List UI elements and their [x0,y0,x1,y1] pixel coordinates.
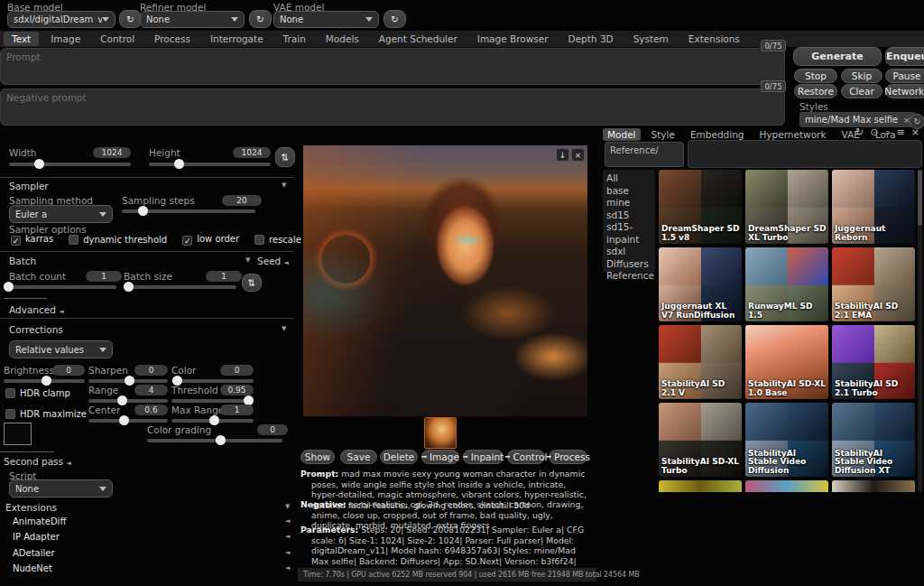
collapse-icon[interactable]: ▼ [282,181,286,189]
category-item-sdxl[interactable]: sdxl [606,246,651,258]
tab-models[interactable]: Models [318,32,367,46]
color-grading-slider[interactable] [147,435,282,446]
send-to-image-button[interactable]: ➡Image [421,450,459,464]
networks-tab-model[interactable]: Model [603,128,641,141]
width-value[interactable]: 1024 [93,147,131,158]
tab-extensions[interactable]: Extensions [680,32,748,46]
category-item-base[interactable]: base [606,185,651,198]
tab-depth-3d[interactable]: Depth 3D [560,32,622,46]
preview-image[interactable] [303,145,587,416]
karras-checkbox[interactable]: ✓karras [11,234,53,246]
send-to-inpaint-button[interactable]: ➡Inpaint [463,450,504,464]
send-to-control-button[interactable]: ➡Control [507,450,545,464]
color-value[interactable]: 0 [220,365,254,376]
restore-button[interactable]: Restore [794,84,837,98]
tab-system[interactable]: System [625,32,677,46]
hdr-clamp-checkbox[interactable]: HDR clamp [5,388,70,398]
second-pass-toggle[interactable]: Second pass ◄ [4,456,71,467]
networks-scrollbar-thumb[interactable] [918,170,922,226]
model-card[interactable] [832,480,915,492]
model-description-box[interactable] [688,140,922,168]
model-card[interactable]: StabilityAI SD-XL 1.0 Base [745,325,828,399]
save-button[interactable]: Save [340,450,377,464]
skip-button[interactable]: Skip [841,69,882,83]
sharpen-value[interactable]: 0 [134,365,168,376]
low-order-checkbox[interactable]: ✓low order [182,234,239,246]
tab-image[interactable]: Image [42,32,88,46]
range-value[interactable]: 4 [134,385,168,395]
sampling-method-select[interactable]: Euler a [9,205,113,223]
negative-prompt-input[interactable] [0,88,785,126]
networks-search-input[interactable]: Reference/ [605,142,684,167]
category-item-all[interactable]: All [606,172,651,185]
max-range-value[interactable]: 1 [220,405,254,415]
category-item-reference[interactable]: Reference [606,270,651,283]
batch-size-slider[interactable] [124,282,236,293]
show-button[interactable]: Show [300,450,335,464]
extension-adetailer[interactable]: ADetailer [13,548,55,558]
networks-scrollbar[interactable] [918,170,922,492]
model-card[interactable]: Juggernaut XL V7 RunDiffusion [659,247,742,321]
extensions-section-header[interactable]: Extensions [5,502,57,513]
model-card[interactable]: RunwayML SD 1.5 [745,247,828,321]
category-item-mine[interactable]: mine [606,197,651,209]
base-model-select[interactable]: sdxl/digitalDream_v11 [69483 [7,11,116,28]
seed-section-toggle[interactable]: Seed ◄ [257,256,289,266]
pause-button[interactable]: Pause [885,69,924,83]
model-card[interactable]: StabilityAI SD 2.1 Turbo [832,325,915,399]
batch-section-header[interactable]: Batch [9,256,36,266]
swap-dimensions-button[interactable]: ⇅ [275,147,295,167]
swap-batch-button[interactable]: ⇅ [242,274,262,292]
networks-tab-vae[interactable]: VAE [836,128,864,141]
tab-process[interactable]: Process [146,32,199,46]
threshold-value[interactable]: 0.95 [220,385,254,395]
collapse-icon[interactable]: ▼ [245,256,250,264]
model-card[interactable]: DreamShaper SD XL Turbo [745,170,828,244]
collapse-icon[interactable]: ▼ [285,503,290,510]
brightness-slider[interactable] [4,376,85,386]
corrections-mode-select[interactable]: Relative values [9,340,113,358]
collapse-left-icon[interactable]: ◄ [285,533,290,540]
extension-animatediff[interactable]: AnimateDiff [13,516,66,526]
brightness-value[interactable]: 0 [52,365,85,376]
sampling-steps-slider[interactable] [122,206,255,217]
tab-interrogate[interactable]: Interrogate [202,32,272,46]
enqueue-button[interactable]: Enqueue [885,47,924,66]
model-card[interactable]: StabilityAI SD 2.1 V [659,325,742,399]
close-networks-icon[interactable]: × [911,127,919,138]
refiner-model-select[interactable]: None [140,11,245,28]
batch-count-value[interactable]: 1 [86,271,122,282]
model-card[interactable]: StabilityAI Stable Video Diffusion [745,403,828,477]
download-image-button[interactable]: ↓ [556,148,569,162]
sampler-section-header[interactable]: Sampler [9,181,49,191]
tab-text[interactable]: Text [4,32,39,46]
networks-tab-style[interactable]: Style [647,128,679,141]
model-card[interactable]: DreamShaper SD 1.5 v8 [659,170,742,244]
color-swatch[interactable] [4,423,32,445]
tab-agent-scheduler[interactable]: Agent Scheduler [371,32,466,46]
model-card[interactable]: Juggernaut Reborn [832,170,915,244]
extension-ip-adapter[interactable]: IP Adapter [13,532,60,542]
sampling-steps-value[interactable]: 20 [222,195,262,206]
gallery-thumbnail[interactable] [424,417,457,449]
collapse-left-icon[interactable]: ◄ [285,517,290,525]
advanced-toggle[interactable]: Advanced ◄ [9,304,64,315]
batch-size-value[interactable]: 1 [206,271,242,282]
collapse-left-icon[interactable]: ◄ [285,564,290,572]
tab-image-browser[interactable]: Image Browser [469,32,557,46]
script-select[interactable]: None [9,479,113,498]
batch-count-slider[interactable] [4,282,116,293]
clear-button[interactable]: Clear [841,84,882,98]
model-card[interactable] [659,480,742,492]
center-value[interactable]: 0.6 [134,405,168,415]
generate-button[interactable]: Generate [793,47,882,66]
collapse-icon[interactable]: ▼ [282,325,286,332]
height-slider[interactable] [149,159,271,170]
collapse-left-icon[interactable]: ◄ [285,549,290,556]
networks-tab-embedding[interactable]: Embedding [686,128,749,141]
tab-train[interactable]: Train [275,32,314,46]
category-item-sd15[interactable]: sd15 [606,209,651,222]
category-item-diffusers[interactable]: Diffusers [606,258,651,271]
model-card[interactable]: StabilityAI SD 2.1 EMA [832,247,915,321]
extension-nudenet[interactable]: NudeNet [13,563,52,573]
